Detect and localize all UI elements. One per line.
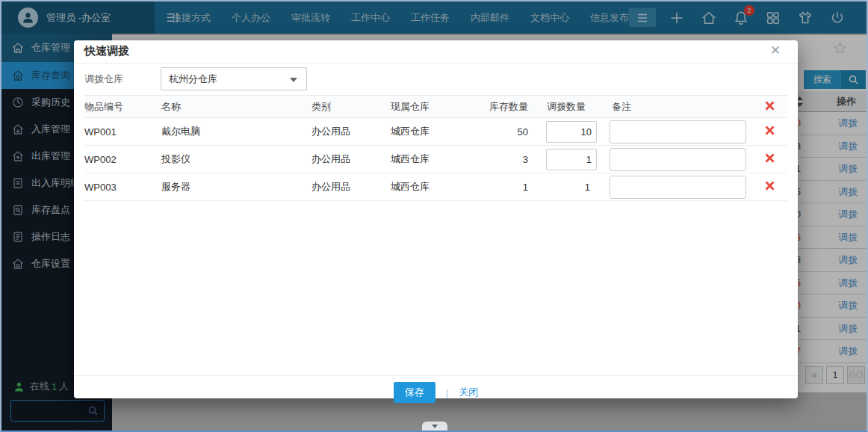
transfer-item-row: WP002投影仪办公用品城西仓库3 [84, 146, 787, 173]
footer-divider [74, 375, 798, 376]
item-warehouse-cell: 城西仓库 [383, 173, 472, 201]
item-id-cell: WP003 [84, 173, 161, 201]
remove-row-icon[interactable] [765, 153, 775, 163]
column-header: 物品编号 [84, 96, 161, 118]
transfer-quantity-input[interactable] [546, 149, 597, 170]
transfer-items-table: 物品编号名称类别现属仓库库存数量调拨数量备注 WP001戴尔电脑办公用品城西仓库… [84, 95, 787, 201]
remove-column-header [752, 96, 787, 118]
transfer-quantity-cell: 1 [530, 173, 603, 201]
remark-input[interactable] [610, 120, 746, 144]
item-warehouse-cell: 城西仓库 [383, 146, 472, 173]
stock-quantity-cell: 50 [472, 118, 530, 146]
table-header-row: 物品编号名称类别现属仓库库存数量调拨数量备注 [84, 96, 787, 118]
dialog-title: 快速调拨 [84, 44, 129, 58]
item-id-cell: WP002 [84, 146, 161, 173]
quick-transfer-dialog: 快速调拨 ✕ 调拨仓库 杭州分仓库 物品编号名称类别现属仓库库存数量调拨数量备注… [74, 40, 798, 398]
stock-quantity-cell: 3 [472, 146, 530, 173]
remove-row-icon[interactable] [765, 181, 775, 191]
transfer-quantity-cell [530, 118, 603, 146]
column-header: 备注 [603, 96, 752, 118]
item-warehouse-cell: 城西仓库 [383, 118, 472, 146]
transfer-quantity-input[interactable] [546, 121, 597, 143]
close-link[interactable]: 关闭 [459, 386, 478, 399]
item-category-cell: 办公用品 [306, 146, 383, 173]
transfer-warehouse-select[interactable]: 杭州分仓库 [161, 67, 307, 90]
chevron-down-icon [290, 78, 297, 82]
close-icon[interactable]: ✕ [770, 43, 781, 58]
item-name-cell: 戴尔电脑 [161, 118, 306, 146]
remark-input[interactable] [610, 176, 746, 199]
remove-row-cell [752, 173, 787, 201]
column-header: 库存数量 [472, 96, 530, 118]
column-header: 类别 [306, 96, 383, 118]
stock-quantity-cell: 1 [472, 173, 530, 201]
remark-input[interactable] [610, 148, 746, 171]
item-category-cell: 办公用品 [306, 173, 383, 201]
item-category-cell: 办公用品 [306, 118, 383, 146]
transfer-quantity-text: 1 [530, 182, 603, 193]
save-button[interactable]: 保存 [394, 382, 435, 403]
bottom-collapse-tab[interactable] [422, 422, 447, 431]
remove-row-icon[interactable] [765, 126, 775, 135]
remove-all-icon[interactable] [765, 101, 775, 111]
remark-cell [603, 146, 752, 173]
column-header: 现属仓库 [383, 96, 472, 118]
item-id-cell: WP001 [84, 118, 161, 146]
footer-separator: | [446, 387, 448, 398]
chevron-down-icon [432, 425, 438, 428]
column-header: 调拨数量 [530, 96, 603, 118]
title-divider [74, 63, 798, 64]
transfer-item-row: WP001戴尔电脑办公用品城西仓库50 [84, 118, 787, 146]
remove-row-cell [752, 146, 787, 173]
transfer-quantity-cell [530, 146, 603, 173]
selected-warehouse: 杭州分仓库 [169, 73, 217, 84]
transfer-item-row: WP003服务器办公用品城西仓库11 [84, 173, 787, 201]
dialog-footer: 保存 | 关闭 [74, 382, 798, 403]
remark-cell [603, 173, 752, 201]
item-name-cell: 投影仪 [161, 146, 306, 173]
column-header: 名称 [161, 96, 306, 118]
remove-row-cell [752, 118, 787, 146]
item-name-cell: 服务器 [161, 173, 306, 201]
app-window: 管理员 -办公室 快捷方式个人办公审批流转工作中心工作任务内部邮件文档中心信息发… [0, 0, 868, 432]
transfer-warehouse-label: 调拨仓库 [84, 72, 123, 86]
remark-cell [603, 118, 752, 146]
